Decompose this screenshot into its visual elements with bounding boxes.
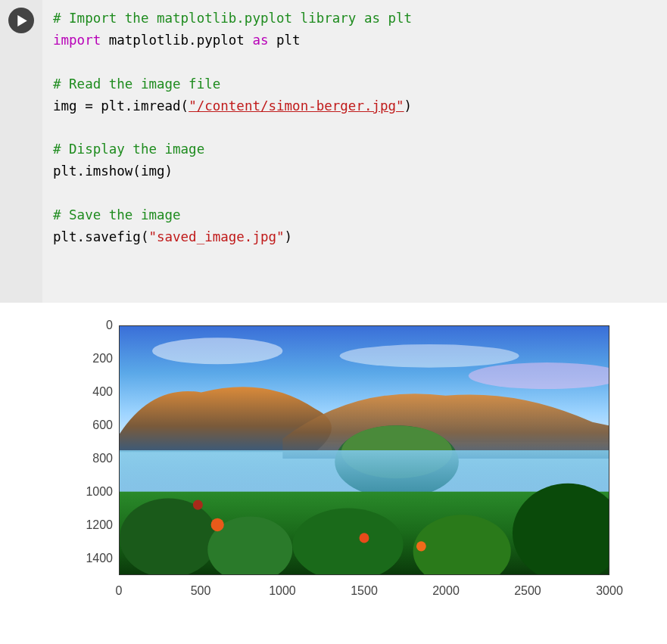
- x-tick-label: 2000: [432, 584, 460, 598]
- x-tick-label: 1500: [351, 584, 378, 598]
- code-keyword: as: [252, 33, 268, 48]
- code-text: plt.imshow(img): [53, 163, 173, 179]
- figure: 0 200 400 600 800 1000 1200 1400: [72, 325, 617, 605]
- cell-gutter: [0, 0, 42, 303]
- y-tick-label: 1000: [86, 485, 113, 499]
- x-tick-label: 0: [116, 584, 123, 598]
- play-icon: [17, 15, 28, 26]
- cell-output: 0 200 400 600 800 1000 1200 1400: [0, 303, 667, 621]
- y-tick-label: 1200: [86, 518, 113, 532]
- code-cell: # Import the matplotlib.pyplot library a…: [0, 0, 667, 303]
- landscape-image: [120, 326, 609, 574]
- code-comment: # Import the matplotlib.pyplot library a…: [53, 11, 412, 26]
- code-editor[interactable]: # Import the matplotlib.pyplot library a…: [42, 0, 667, 303]
- code-text: plt: [268, 33, 300, 48]
- code-string: "/content/simon-berger.jpg": [189, 98, 404, 114]
- run-cell-button[interactable]: [8, 8, 34, 33]
- svg-point-13: [211, 518, 224, 531]
- y-tick-label: 800: [92, 452, 113, 465]
- svg-point-15: [416, 541, 426, 551]
- y-tick-label: 1400: [86, 552, 113, 565]
- code-comment: # Save the image: [53, 207, 181, 222]
- code-text: plt.savefig(: [53, 229, 148, 244]
- x-tick-label: 500: [191, 584, 211, 598]
- y-tick-label: 600: [92, 418, 113, 432]
- x-axis: 0 500 1000 1500 2000 2500 3000: [119, 577, 609, 605]
- code-text: matplotlib.pyplot: [101, 33, 252, 48]
- svg-point-8: [120, 498, 217, 574]
- y-tick-label: 200: [92, 352, 113, 366]
- svg-point-1: [152, 338, 282, 364]
- x-tick-label: 3000: [596, 584, 623, 598]
- code-comment: # Display the image: [53, 142, 204, 157]
- y-axis: 0 200 400 600 800 1000 1200 1400: [72, 325, 119, 575]
- x-tick-label: 1000: [269, 584, 296, 598]
- x-tick-label: 2500: [514, 584, 541, 598]
- code-text: ): [285, 229, 293, 244]
- code-keyword: import: [53, 33, 101, 48]
- y-tick-label: 400: [92, 385, 113, 399]
- y-tick-label: 0: [106, 319, 113, 332]
- svg-point-14: [360, 533, 369, 543]
- code-text: ): [404, 98, 413, 114]
- code-comment: # Read the image file: [53, 76, 220, 92]
- code-string: "saved_image.jpg": [148, 229, 284, 244]
- svg-point-16: [193, 500, 203, 510]
- image-axes: [119, 325, 609, 575]
- code-text: img = plt.imread(: [53, 98, 189, 114]
- svg-point-2: [340, 344, 519, 368]
